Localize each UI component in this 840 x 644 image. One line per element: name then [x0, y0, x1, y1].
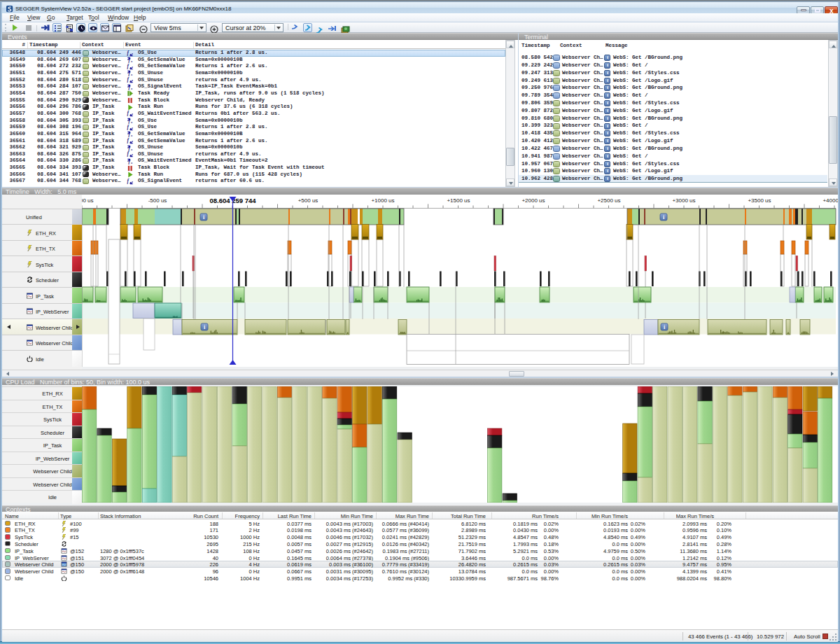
svg-text:+2000 us: +2000 us — [522, 197, 545, 204]
svg-text:+500 us: +500 us — [298, 197, 318, 204]
svg-text:-500 us: -500 us — [148, 197, 167, 204]
svg-text:-1000 us: -1000 us — [82, 197, 94, 204]
svg-text:+4000 us: +4000 us — [822, 197, 838, 204]
svg-text:+1000 us: +1000 us — [371, 197, 394, 204]
svg-text:+2500 us: +2500 us — [597, 197, 620, 204]
svg-text:+3500 us: +3500 us — [748, 197, 771, 204]
svg-text:+1500 us: +1500 us — [447, 197, 470, 204]
svg-text:+3000 us: +3000 us — [672, 197, 695, 204]
